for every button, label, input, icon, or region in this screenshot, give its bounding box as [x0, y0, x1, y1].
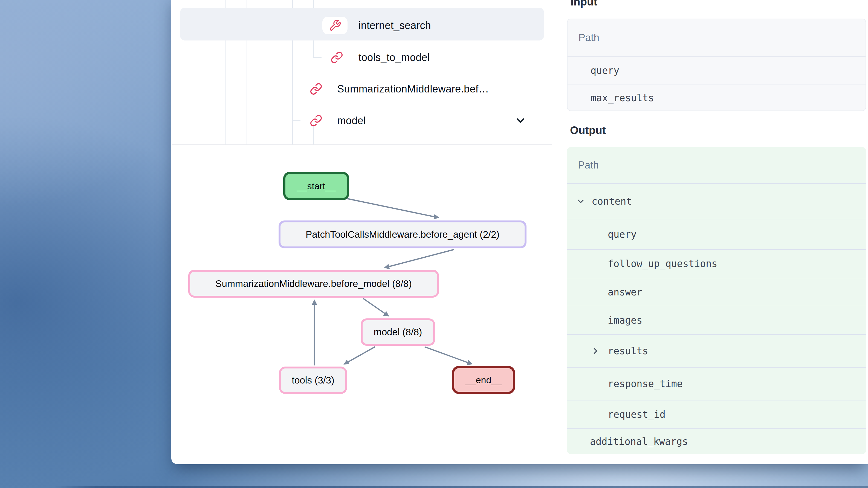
path-column-header: Path — [579, 32, 599, 43]
output-row-follow-up-questions[interactable]: follow_up_questions — [567, 249, 866, 278]
output-row-images[interactable]: images — [567, 306, 866, 334]
path-column-header: Path — [578, 160, 599, 171]
graph-node-summarization-middleware[interactable]: SummarizationMiddleware.before_model (8/… — [188, 270, 439, 298]
output-row-content[interactable]: content — [567, 183, 866, 219]
output-row-query[interactable]: query — [567, 219, 866, 249]
graph-node-start[interactable]: __start__ — [283, 172, 349, 200]
tree-branch-tick — [292, 89, 301, 89]
input-table-header: Path — [567, 19, 866, 56]
graph-edges — [171, 145, 552, 464]
output-row-results[interactable]: results — [567, 334, 866, 367]
desktop-background: internet_search tools_to_model Summariza… — [0, 0, 868, 488]
tree-item-tools-to-model[interactable]: tools_to_model — [331, 41, 430, 74]
graph-node-label: SummarizationMiddleware.before_model (8/… — [215, 278, 412, 289]
chevron-right-icon[interactable] — [591, 346, 600, 356]
output-path-table: Path content query follow_up_questions a… — [567, 147, 866, 454]
tree-item-model[interactable]: model — [310, 104, 366, 137]
tree-item-label: SummarizationMiddleware.bef… — [337, 83, 489, 95]
tree-item-label: model — [337, 115, 366, 127]
input-path-table: Path query max_results — [567, 19, 866, 111]
input-row-max-results[interactable]: max_results — [567, 85, 866, 110]
graph-node-label: model (8/8) — [374, 327, 422, 337]
graph-node-label: tools (3/3) — [292, 375, 334, 386]
output-section-title: Output — [570, 124, 606, 137]
graph-node-label: PatchToolCallsMiddleware.before_agent (2… — [306, 229, 499, 240]
output-row-additional-kwargs[interactable]: additional_kwargs — [567, 428, 866, 454]
output-table-header: Path — [567, 147, 866, 183]
tree-branch-tick — [292, 120, 301, 121]
graph-node-label: __end__ — [465, 375, 502, 385]
tree-item-label: tools_to_model — [359, 52, 430, 63]
tool-icon-chip — [322, 17, 347, 34]
chevron-down-icon[interactable] — [576, 196, 586, 206]
tree-item-summarization-middleware[interactable]: SummarizationMiddleware.bef… — [310, 72, 489, 105]
graph-node-model[interactable]: model (8/8) — [361, 318, 435, 346]
wallpaper-dark-edge — [55, 486, 868, 488]
link-icon — [331, 51, 343, 64]
output-row-response-time[interactable]: response_time — [567, 367, 866, 400]
input-section-title: Input — [570, 0, 597, 8]
graph-node-end[interactable]: __end__ — [452, 366, 515, 394]
input-row-query[interactable]: query — [567, 56, 866, 85]
wrench-icon — [329, 19, 341, 32]
tree-branch-tick — [313, 57, 321, 58]
graph-node-patch-tool-calls-middleware[interactable]: PatchToolCallsMiddleware.before_agent (2… — [279, 221, 526, 248]
tree-item-label: internet_search — [359, 20, 431, 31]
link-icon — [310, 83, 322, 95]
output-row-answer[interactable]: answer — [567, 278, 866, 306]
link-icon — [310, 115, 322, 127]
chevron-down-icon[interactable] — [514, 114, 527, 127]
tree-item-internet-search[interactable]: internet_search — [322, 9, 431, 42]
output-row-request-id[interactable]: request_id — [567, 400, 866, 428]
graph-node-tools[interactable]: tools (3/3) — [279, 366, 347, 394]
graph-node-label: __start__ — [297, 181, 336, 192]
